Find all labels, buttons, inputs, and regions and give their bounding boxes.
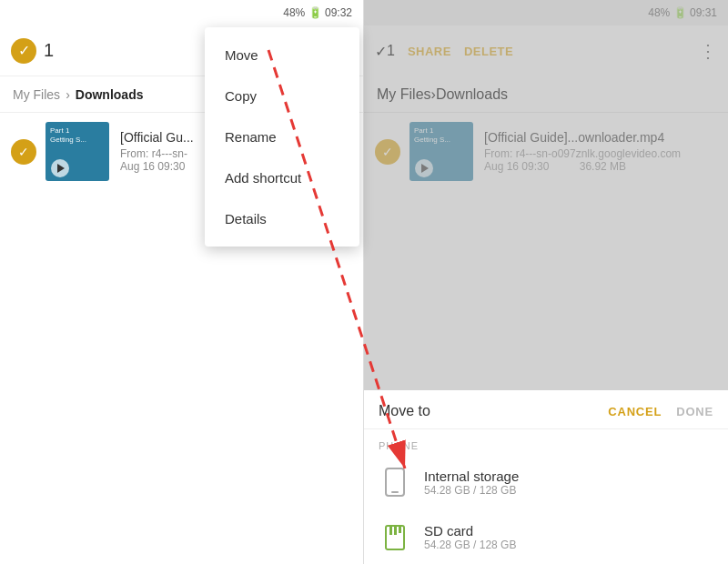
- svg-rect-5: [399, 526, 401, 533]
- svg-rect-3: [389, 526, 392, 535]
- left-battery: 48%: [283, 6, 305, 19]
- right-panel: 48% 🔋 09:31 ✓ 1 SHARE DELETE ⋮ My Files …: [364, 0, 728, 564]
- file-name: [Official Gu...: [120, 130, 194, 145]
- internal-storage-name: Internal storage: [424, 468, 519, 484]
- move-to-title: Move to: [379, 403, 608, 419]
- sdcard-storage-item[interactable]: SD card 54.28 GB / 128 GB: [364, 509, 728, 564]
- file-info: [Official Gu... From: r4---sn- Aug 16 09…: [120, 130, 194, 173]
- svg-rect-4: [394, 526, 397, 535]
- move-to-dialog: Move to CANCEL DONE PHONE Internal stora…: [364, 390, 728, 564]
- selected-count: 1: [44, 40, 54, 61]
- play-icon: [51, 159, 69, 177]
- menu-item-details[interactable]: Details: [205, 198, 359, 239]
- context-menu: Move Copy Rename Add shortcut Details: [205, 27, 359, 247]
- left-battery-time: 48% 🔋 09:32: [283, 6, 352, 19]
- move-to-header: Move to CANCEL DONE: [364, 390, 728, 429]
- internal-storage-info: Internal storage 54.28 GB / 128 GB: [424, 468, 519, 497]
- my-files-link[interactable]: My Files: [13, 87, 60, 102]
- done-button[interactable]: DONE: [676, 405, 713, 418]
- file-from: From: r4---sn-: [120, 147, 194, 160]
- breadcrumb-chevron: ›: [66, 87, 70, 102]
- phone-storage-icon: [379, 466, 411, 499]
- left-time: 09:32: [325, 6, 352, 19]
- cancel-button[interactable]: CANCEL: [608, 405, 662, 418]
- sdcard-storage-name: SD card: [424, 523, 516, 539]
- select-check-icon[interactable]: ✓: [11, 38, 36, 64]
- file-check-icon[interactable]: ✓: [11, 139, 36, 165]
- menu-item-move[interactable]: Move: [205, 35, 359, 76]
- sdcard-icon: [379, 520, 411, 553]
- sdcard-storage-info: SD card 54.28 GB / 128 GB: [424, 523, 516, 551]
- menu-item-copy[interactable]: Copy: [205, 76, 359, 116]
- internal-storage-item[interactable]: Internal storage 54.28 GB / 128 GB: [364, 455, 728, 509]
- svg-rect-1: [391, 491, 399, 493]
- file-thumbnail: Part 1Getting S...: [46, 122, 109, 181]
- left-panel: 48% 🔋 09:32 ✓ 1 S My Files › Downloads ✓…: [0, 0, 364, 564]
- sdcard-storage-size: 54.28 GB / 128 GB: [424, 539, 516, 551]
- menu-item-add-shortcut[interactable]: Add shortcut: [205, 157, 359, 198]
- menu-item-rename[interactable]: Rename: [205, 116, 359, 157]
- breadcrumb-current: Downloads: [76, 87, 144, 102]
- phone-section-label: PHONE: [364, 429, 728, 455]
- internal-storage-size: 54.28 GB / 128 GB: [424, 484, 519, 497]
- left-status-bar: 48% 🔋 09:32: [0, 0, 363, 25]
- file-date: Aug 16 09:30: [120, 160, 194, 173]
